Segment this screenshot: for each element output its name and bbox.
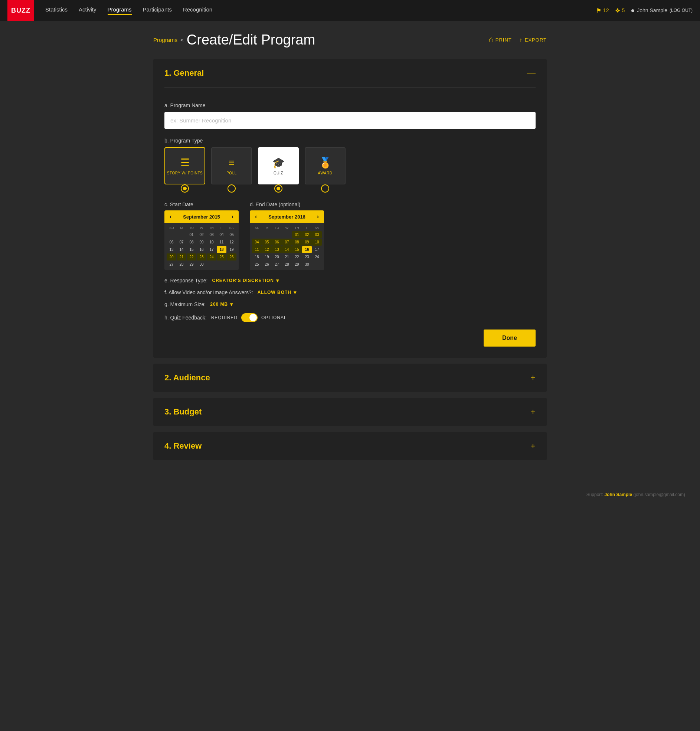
response-type-dropdown[interactable]: CREATOR'S DISCRETION ▾: [212, 277, 279, 283]
max-size-dropdown[interactable]: 200 MB ▾: [210, 301, 233, 307]
quiz-radio[interactable]: [274, 184, 282, 192]
cal-day[interactable]: 09: [197, 239, 206, 246]
cal-day[interactable]: 29: [292, 261, 302, 268]
done-button[interactable]: Done: [484, 329, 535, 346]
cal-day[interactable]: 04: [217, 231, 226, 238]
nav-recognition[interactable]: Recognition: [183, 6, 212, 15]
general-section-header[interactable]: 1. General —: [153, 59, 547, 87]
cal-day[interactable]: 13: [272, 246, 282, 253]
review-section-header[interactable]: 4. Review +: [153, 432, 547, 460]
cal-day[interactable]: 16: [302, 246, 312, 253]
budget-toggle-button[interactable]: +: [530, 407, 535, 417]
cal-day[interactable]: 03: [312, 231, 322, 238]
cal-day[interactable]: 15: [292, 246, 302, 253]
cal-day[interactable]: 11: [252, 246, 262, 253]
cal-day[interactable]: 10: [207, 239, 216, 246]
program-name-input[interactable]: [165, 112, 535, 129]
cal-day[interactable]: 19: [227, 246, 237, 253]
audience-section-header[interactable]: 2. Audience +: [153, 364, 547, 392]
cal-day[interactable]: 08: [187, 239, 196, 246]
cal-day[interactable]: 05: [227, 231, 237, 238]
start-cal-next[interactable]: ›: [230, 213, 235, 220]
cal-day[interactable]: 15: [187, 246, 196, 253]
program-type-card-story[interactable]: ☰ STORY W/ POINTS: [165, 147, 205, 184]
cal-day[interactable]: 08: [292, 239, 302, 246]
cal-day[interactable]: 07: [176, 239, 186, 246]
end-cal-next[interactable]: ›: [315, 213, 320, 220]
story-radio[interactable]: [181, 184, 189, 192]
cal-day[interactable]: 29: [187, 261, 196, 268]
nav-statistics[interactable]: Statistics: [45, 6, 68, 15]
cal-day[interactable]: 20: [167, 254, 176, 260]
cal-day[interactable]: 06: [167, 239, 176, 246]
cal-day[interactable]: 21: [176, 254, 186, 260]
quiz-feedback-toggle[interactable]: [241, 313, 257, 322]
cal-day[interactable]: 12: [227, 239, 237, 246]
review-toggle-button[interactable]: +: [530, 441, 535, 451]
cal-day: [272, 231, 282, 238]
nav-participants[interactable]: Participants: [143, 6, 172, 15]
cal-day[interactable]: 01: [292, 231, 302, 238]
cal-day[interactable]: 30: [302, 261, 312, 268]
cal-day[interactable]: 19: [262, 254, 272, 260]
cal-day[interactable]: 13: [167, 246, 176, 253]
cal-day[interactable]: 28: [176, 261, 186, 268]
logout-link[interactable]: (LOG OUT): [669, 8, 693, 13]
cal-day[interactable]: 07: [282, 239, 292, 246]
cal-day[interactable]: 01: [187, 231, 196, 238]
breadcrumb-programs[interactable]: Programs: [153, 37, 177, 43]
budget-section-header[interactable]: 3. Budget +: [153, 398, 547, 426]
nav-activity[interactable]: Activity: [79, 6, 97, 15]
cal-day[interactable]: 25: [217, 254, 226, 260]
export-button[interactable]: ↑ EXPORT: [519, 37, 547, 43]
cal-day[interactable]: 04: [252, 239, 262, 246]
cal-day[interactable]: 28: [282, 261, 292, 268]
nav-programs[interactable]: Programs: [107, 6, 132, 15]
general-toggle-button[interactable]: —: [526, 68, 535, 78]
cal-day[interactable]: 06: [272, 239, 282, 246]
cal-day[interactable]: 02: [197, 231, 206, 238]
cal-day[interactable]: 26: [227, 254, 237, 260]
cal-day[interactable]: 10: [312, 239, 322, 246]
logo[interactable]: BUZZ: [7, 0, 34, 21]
quiz-radio-container: [258, 184, 299, 192]
cal-day[interactable]: 25: [252, 261, 262, 268]
program-type-card-poll[interactable]: ≡ POLL: [211, 147, 252, 184]
cal-day[interactable]: 05: [262, 239, 272, 246]
cal-day[interactable]: 24: [207, 254, 216, 260]
cal-day[interactable]: 27: [167, 261, 176, 268]
cal-day[interactable]: 17: [207, 246, 216, 253]
cal-day[interactable]: 21: [282, 254, 292, 260]
cal-day[interactable]: 14: [176, 246, 186, 253]
day-th-end: TH: [292, 225, 302, 230]
cal-day[interactable]: 23: [197, 254, 206, 260]
cal-day[interactable]: 20: [272, 254, 282, 260]
cal-day[interactable]: 27: [272, 261, 282, 268]
cal-day[interactable]: 18: [217, 246, 226, 253]
cal-day[interactable]: 17: [312, 246, 322, 253]
cal-day[interactable]: 12: [262, 246, 272, 253]
print-button[interactable]: ⎙ PRINT: [489, 37, 512, 43]
cal-day[interactable]: 22: [292, 254, 302, 260]
cal-day[interactable]: 26: [262, 261, 272, 268]
start-cal-prev[interactable]: ‹: [168, 213, 173, 220]
cal-day[interactable]: 30: [197, 261, 206, 268]
audience-toggle-button[interactable]: +: [530, 373, 535, 383]
cal-day[interactable]: 18: [252, 254, 262, 260]
program-type-card-award[interactable]: 🏅 AWARD: [305, 147, 346, 184]
cal-day[interactable]: 11: [217, 239, 226, 246]
allow-video-dropdown[interactable]: ALLOW BOTH ▾: [257, 289, 297, 295]
award-radio[interactable]: [321, 184, 329, 192]
cal-day[interactable]: 16: [197, 246, 206, 253]
cal-day[interactable]: 24: [312, 254, 322, 260]
cal-day[interactable]: 14: [282, 246, 292, 253]
review-section: 4. Review +: [153, 432, 547, 460]
cal-day[interactable]: 02: [302, 231, 312, 238]
cal-day[interactable]: 03: [207, 231, 216, 238]
cal-day[interactable]: 09: [302, 239, 312, 246]
cal-day[interactable]: 22: [187, 254, 196, 260]
program-type-card-quiz[interactable]: 🎓 QUIZ: [258, 147, 299, 184]
cal-day[interactable]: 23: [302, 254, 312, 260]
end-cal-prev[interactable]: ‹: [253, 213, 258, 220]
poll-radio[interactable]: [228, 184, 236, 192]
